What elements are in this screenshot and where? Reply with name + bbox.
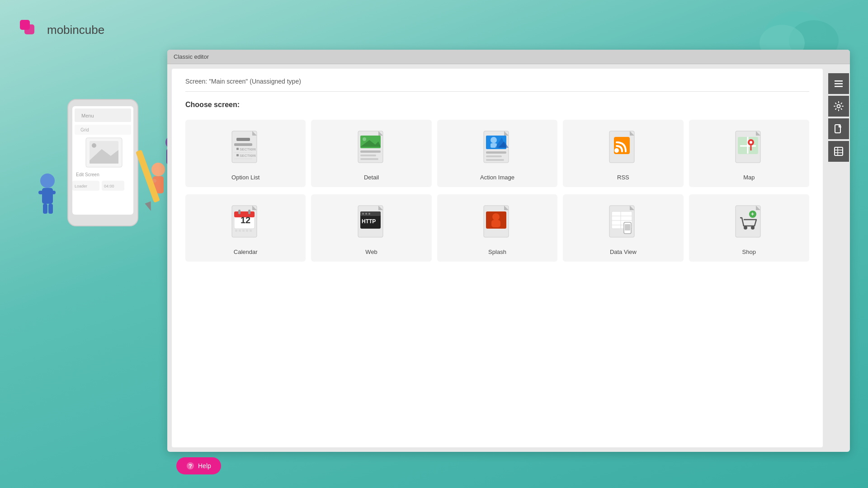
svg-rect-51 xyxy=(360,150,381,153)
option-list-icon: SECTION SECTION xyxy=(227,129,264,169)
screen-item-action-image[interactable]: Action Image xyxy=(437,120,557,187)
svg-rect-80 xyxy=(235,230,237,232)
sidebar-settings-button[interactable] xyxy=(828,96,849,117)
svg-point-67 xyxy=(614,148,619,153)
table-icon xyxy=(833,146,844,157)
screen-grid-row1: SECTION SECTION Option List xyxy=(185,120,809,187)
screen-item-option-list[interactable]: SECTION SECTION Option List xyxy=(185,120,306,187)
map-label: Map xyxy=(743,174,755,181)
screen-item-calendar[interactable]: 12 Calendar xyxy=(185,194,306,262)
data-view-icon xyxy=(605,203,641,244)
svg-point-113 xyxy=(751,226,755,230)
svg-rect-24 xyxy=(47,191,56,194)
svg-rect-42 xyxy=(236,154,239,156)
svg-rect-23 xyxy=(38,191,47,194)
svg-text:Grid: Grid xyxy=(80,127,89,132)
web-label: Web xyxy=(365,249,377,255)
svg-point-14 xyxy=(92,143,96,148)
svg-point-91 xyxy=(368,213,370,215)
svg-text:HTTP: HTTP xyxy=(362,218,376,225)
help-icon: ? xyxy=(186,462,194,470)
screen-item-detail[interactable]: Detail xyxy=(311,120,431,187)
svg-text:Edit Screen: Edit Screen xyxy=(76,172,99,177)
svg-rect-34 xyxy=(232,131,257,163)
svg-rect-52 xyxy=(360,155,376,156)
svg-point-21 xyxy=(40,174,55,188)
svg-rect-106 xyxy=(625,224,630,230)
svg-rect-26 xyxy=(48,204,53,214)
rss-icon xyxy=(605,129,641,169)
action-image-icon xyxy=(479,129,515,169)
splash-label: Splash xyxy=(488,249,506,255)
svg-rect-83 xyxy=(246,230,248,232)
sidebar-file-button[interactable] xyxy=(828,118,849,139)
svg-point-49 xyxy=(363,137,366,141)
logo-area: mobincube xyxy=(18,18,104,42)
svg-point-89 xyxy=(362,213,364,215)
svg-text:Loader: Loader xyxy=(75,184,87,188)
detail-icon xyxy=(354,129,390,169)
svg-rect-5 xyxy=(24,24,34,34)
screen-item-splash[interactable]: Splash xyxy=(437,194,557,262)
screen-item-web[interactable]: HTTP Web xyxy=(311,194,431,262)
svg-rect-38 xyxy=(236,148,239,150)
help-button[interactable]: ? Help xyxy=(176,457,221,474)
svg-rect-22 xyxy=(42,188,53,204)
file-icon xyxy=(833,123,844,134)
svg-rect-77 xyxy=(238,210,241,214)
svg-point-90 xyxy=(365,213,367,215)
svg-rect-45 xyxy=(234,159,252,159)
svg-rect-82 xyxy=(242,230,245,232)
gear-icon xyxy=(833,101,844,112)
editor-window: Classic editor Screen: "Main screen" (Un… xyxy=(167,50,850,452)
screen-item-map[interactable]: Map xyxy=(689,120,809,187)
svg-rect-37 xyxy=(234,143,252,146)
splash-icon xyxy=(479,203,515,244)
svg-rect-115 xyxy=(835,83,843,84)
svg-rect-61 xyxy=(486,151,506,154)
svg-rect-44 xyxy=(251,155,255,156)
svg-point-27 xyxy=(151,163,165,176)
svg-rect-62 xyxy=(486,155,502,157)
sidebar-list-button[interactable] xyxy=(828,73,849,94)
svg-rect-97 xyxy=(491,220,500,227)
data-view-label: Data View xyxy=(610,249,637,255)
svg-point-72 xyxy=(750,141,752,144)
svg-rect-53 xyxy=(360,158,378,160)
svg-rect-40 xyxy=(251,148,255,150)
svg-rect-116 xyxy=(835,86,843,87)
list-icon xyxy=(833,78,844,89)
screen-item-shop[interactable]: + Shop xyxy=(689,194,809,262)
editor-main: Screen: "Main screen" (Unassigned type) … xyxy=(172,69,823,447)
svg-text:?: ? xyxy=(189,463,192,469)
svg-text:12: 12 xyxy=(241,215,250,225)
logo-icon xyxy=(18,18,42,42)
svg-marker-31 xyxy=(145,202,154,212)
svg-rect-84 xyxy=(250,230,252,232)
svg-point-96 xyxy=(492,213,500,221)
detail-label: Detail xyxy=(364,174,379,181)
svg-point-57 xyxy=(491,137,497,143)
calendar-label: Calendar xyxy=(234,249,258,255)
svg-rect-120 xyxy=(835,147,843,155)
action-image-label: Action Image xyxy=(480,174,514,181)
screen-header: Screen: "Main screen" (Unassigned type) xyxy=(185,78,809,92)
svg-text:+: + xyxy=(751,211,754,217)
sidebar-table-button[interactable] xyxy=(828,141,849,162)
svg-point-117 xyxy=(837,105,840,108)
svg-rect-78 xyxy=(248,210,250,214)
help-label: Help xyxy=(198,462,211,469)
option-list-label: Option List xyxy=(231,174,259,181)
screen-item-data-view[interactable]: Data View xyxy=(563,194,683,262)
svg-rect-36 xyxy=(236,138,250,141)
right-sidebar xyxy=(827,64,850,452)
calendar-icon: 12 xyxy=(227,203,264,244)
svg-rect-81 xyxy=(239,230,241,232)
map-icon xyxy=(731,129,767,169)
screen-item-rss[interactable]: RSS xyxy=(563,120,683,187)
editor-titlebar: Classic editor xyxy=(167,50,850,64)
svg-rect-63 xyxy=(486,159,504,161)
logo-text: mobincube xyxy=(47,23,104,37)
svg-point-112 xyxy=(744,226,747,230)
rss-label: RSS xyxy=(617,174,629,181)
